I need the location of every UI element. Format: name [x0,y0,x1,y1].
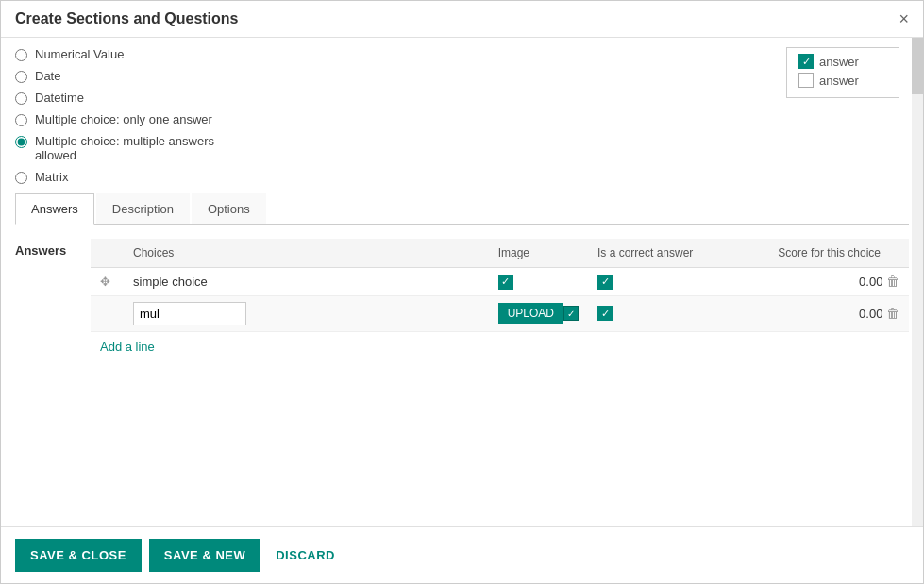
drag-cell-2 [91,295,124,331]
radio-matrix: Matrix [15,170,909,184]
scrollbar-track[interactable] [912,38,923,526]
preview-label-2: answer [819,74,859,88]
tab-answers[interactable]: Answers [15,193,94,225]
col-choices-header: Choices [124,239,489,268]
radio-numerical: Numerical Value [15,47,909,61]
radio-numerical-input[interactable] [15,49,27,61]
preview-checkbox-empty [798,73,814,88]
content-area: answer answer Numerical Value Date [1,38,923,526]
preview-checkbox-checked [798,54,814,69]
col-score-header: Score for this choice [758,239,909,268]
radio-multiple-choice-label: Multiple choice: multiple answersallowed [35,134,214,162]
save-new-button[interactable]: SAVE & NEW [149,539,260,572]
score-value-2: 0.00 [859,307,882,321]
delete-row-2[interactable]: 🗑 [886,306,899,321]
radio-date-label: Date [35,69,60,83]
tabs: Answers Description Options [15,193,909,224]
preview-item-1: answer [798,54,887,69]
preview-item-2: answer [798,73,887,88]
drag-handle-1[interactable]: ✥ [100,275,110,289]
header-row: Choices Image Is a correct answer Score … [91,239,909,268]
correct-checkbox-2[interactable] [597,306,613,321]
table-header: Choices Image Is a correct answer Score … [91,239,909,268]
image-cell-2: UPLOAD [489,295,588,331]
table-row: UPLOAD 0.00 🗑 [91,295,909,331]
score-value-1: 0.00 [859,275,882,289]
tab-description[interactable]: Description [96,193,190,224]
col-drag [91,239,124,268]
answers-label: Answers [15,243,66,258]
score-cell-2: 0.00 🗑 [758,295,909,331]
modal-dialog: Create Sections and Questions × answer a… [0,0,924,584]
tab-options[interactable]: Options [192,193,266,224]
choice-text-1: simple choice [133,275,208,289]
answers-label-container: Answers [15,239,91,361]
radio-datetime: Datetime [15,91,909,105]
radio-single-choice-input[interactable] [15,114,27,126]
modal-title: Create Sections and Questions [15,10,239,27]
answer-preview: answer answer [786,47,899,98]
radio-multiple-choice: Multiple choice: multiple answersallowed [15,134,909,162]
modal-header: Create Sections and Questions × [1,1,923,38]
col-correct-header: Is a correct answer [588,239,758,268]
choice-cell-2 [124,295,489,331]
radio-datetime-input[interactable] [15,92,27,105]
table-row: ✥ simple choice [91,268,909,296]
radio-single-choice: Multiple choice: only one answer [15,112,909,126]
upload-check-icon [563,306,579,321]
delete-row-1[interactable]: 🗑 [886,274,899,289]
save-close-button[interactable]: SAVE & CLOSE [15,539,142,572]
answers-section: Answers Choices Image Is a correct answe… [15,225,909,375]
preview-label-1: answer [819,55,859,69]
radio-matrix-label: Matrix [35,170,68,184]
scrollbar-thumb[interactable] [912,38,923,94]
tabs-container: Answers Description Options [15,193,909,225]
upload-container: UPLOAD [498,303,579,324]
close-button[interactable]: × [899,10,909,27]
radio-date: Date [15,69,909,83]
correct-checkbox-1[interactable] [597,275,613,290]
choice-cell-1: simple choice [124,268,489,296]
upload-button[interactable]: UPLOAD [498,303,563,324]
correct-cell-1 [588,268,758,296]
radio-matrix-input[interactable] [15,172,27,184]
radio-date-input[interactable] [15,71,27,83]
correct-cell-2 [588,295,758,331]
image-checkbox-1[interactable] [498,275,513,290]
answers-table: Choices Image Is a correct answer Score … [91,239,909,332]
question-type-group: Numerical Value Date Datetime Multiple c… [15,47,909,184]
add-line-button[interactable]: Add a line [91,332,164,361]
score-cell-1: 0.00 🗑 [758,268,909,296]
modal-footer: SAVE & CLOSE SAVE & NEW DISCARD [1,526,923,583]
radio-datetime-label: Datetime [35,91,84,105]
drag-cell-1: ✥ [91,268,124,296]
col-image-header: Image [489,239,588,268]
radio-single-choice-label: Multiple choice: only one answer [35,112,212,126]
modal-body: answer answer Numerical Value Date [1,38,923,526]
discard-button[interactable]: DISCARD [268,539,343,572]
image-cell-1 [489,268,588,296]
answers-table-container: Choices Image Is a correct answer Score … [91,239,909,361]
table-body: ✥ simple choice [91,268,909,332]
radio-multiple-choice-input[interactable] [15,136,27,148]
choice-input-2[interactable] [133,302,246,325]
radio-numerical-label: Numerical Value [35,47,124,61]
